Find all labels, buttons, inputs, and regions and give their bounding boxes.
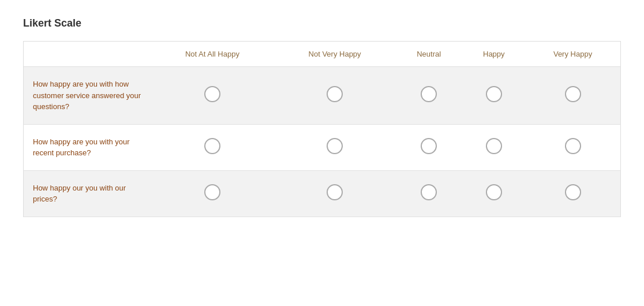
radio-not-very-happy-row0[interactable] [327, 86, 343, 102]
likert-table: Not At All Happy Not Very Happy Neutral … [23, 41, 621, 217]
table-row: How happy are you with how customer serv… [24, 67, 621, 125]
radio-cell-very-happy-row1 [525, 124, 620, 170]
question-cell-1: How happy are you with your recent purch… [24, 124, 151, 170]
radio-neutral-row2[interactable] [421, 184, 437, 200]
radio-cell-not-at-all-happy-row0 [151, 67, 275, 125]
col-header-neutral: Neutral [395, 42, 463, 67]
radio-not-very-happy-row1[interactable] [327, 138, 343, 154]
radio-neutral-row1[interactable] [421, 138, 437, 154]
radio-cell-very-happy-row2 [525, 170, 620, 217]
radio-not-very-happy-row2[interactable] [327, 184, 343, 200]
page-title: Likert Scale [23, 17, 621, 29]
radio-neutral-row0[interactable] [421, 86, 437, 102]
col-header-question [24, 42, 151, 67]
radio-not-at-all-happy-row1[interactable] [204, 138, 220, 154]
radio-cell-happy-row0 [463, 67, 526, 125]
radio-cell-not-at-all-happy-row1 [151, 124, 275, 170]
col-header-happy: Happy [463, 42, 526, 67]
radio-cell-happy-row1 [463, 124, 526, 170]
radio-cell-not-very-happy-row2 [274, 170, 395, 217]
radio-not-at-all-happy-row2[interactable] [204, 184, 220, 200]
radio-cell-happy-row2 [463, 170, 526, 217]
table-row: How happy our you with our prices? [24, 170, 621, 217]
radio-cell-neutral-row2 [395, 170, 463, 217]
radio-cell-not-very-happy-row1 [274, 124, 395, 170]
radio-happy-row2[interactable] [486, 184, 502, 200]
radio-not-at-all-happy-row0[interactable] [204, 86, 220, 102]
radio-very-happy-row1[interactable] [565, 138, 581, 154]
radio-cell-neutral-row0 [395, 67, 463, 125]
radio-cell-very-happy-row0 [525, 67, 620, 125]
table-row: How happy are you with your recent purch… [24, 124, 621, 170]
question-cell-0: How happy are you with how customer serv… [24, 67, 151, 125]
radio-happy-row1[interactable] [486, 138, 502, 154]
radio-cell-not-very-happy-row0 [274, 67, 395, 125]
col-header-very-happy: Very Happy [525, 42, 620, 67]
radio-cell-neutral-row1 [395, 124, 463, 170]
col-header-not-at-all-happy: Not At All Happy [151, 42, 275, 67]
question-cell-2: How happy our you with our prices? [24, 170, 151, 217]
col-header-not-very-happy: Not Very Happy [274, 42, 395, 67]
radio-very-happy-row0[interactable] [565, 86, 581, 102]
radio-happy-row0[interactable] [486, 86, 502, 102]
radio-very-happy-row2[interactable] [565, 184, 581, 200]
table-header-row: Not At All Happy Not Very Happy Neutral … [24, 42, 621, 67]
radio-cell-not-at-all-happy-row2 [151, 170, 275, 217]
